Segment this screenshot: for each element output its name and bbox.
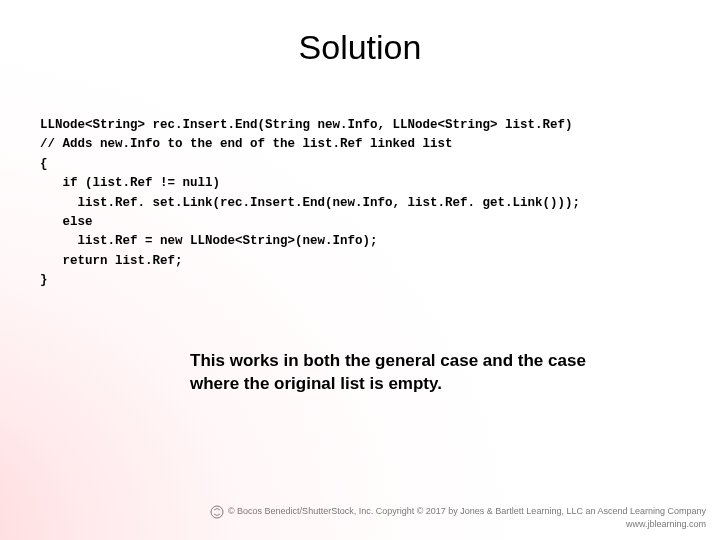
code-line: return list.Ref; xyxy=(40,254,183,268)
publisher-logo-icon xyxy=(210,505,224,519)
code-line: if (list.Ref != null) xyxy=(40,176,220,190)
slide-title: Solution xyxy=(0,28,720,67)
footer-url: www.jblearning.com xyxy=(626,519,706,529)
code-line: // Adds new.Info to the end of the list.… xyxy=(40,137,453,151)
explanation-text: This works in both the general case and … xyxy=(190,350,610,396)
code-block: LLNode<String> rec.Insert.End(String new… xyxy=(40,116,680,290)
code-line: list.Ref. set.Link(rec.Insert.End(new.In… xyxy=(40,196,580,210)
footer: © Bocos Benedict/ShutterStock, Inc. Copy… xyxy=(210,505,706,530)
slide: Solution LLNode<String> rec.Insert.End(S… xyxy=(0,0,720,540)
code-line: list.Ref = new LLNode<String>(new.Info); xyxy=(40,234,378,248)
code-line: { xyxy=(40,157,48,171)
code-line: } xyxy=(40,273,48,287)
code-line: else xyxy=(40,215,93,229)
svg-point-0 xyxy=(211,506,223,518)
footer-copyright: © Bocos Benedict/ShutterStock, Inc. Copy… xyxy=(228,506,706,516)
code-line: LLNode<String> rec.Insert.End(String new… xyxy=(40,118,573,132)
